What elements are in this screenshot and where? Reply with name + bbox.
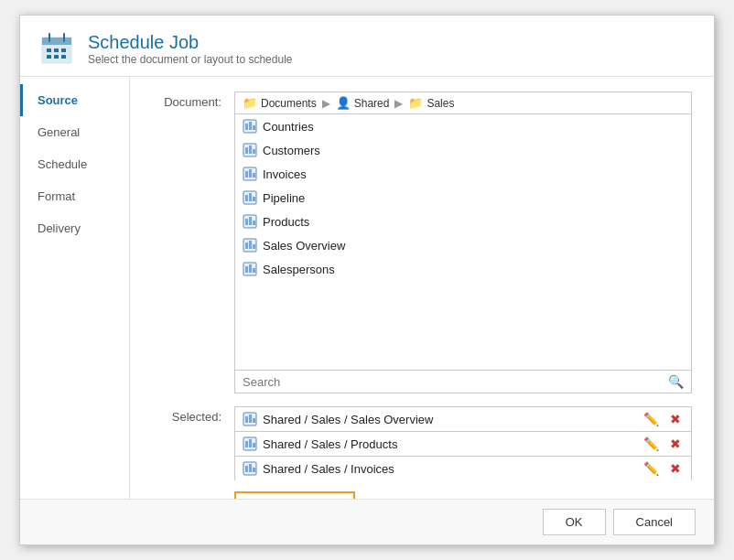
report-icon-products — [243, 214, 257, 229]
documents-folder-icon: 📁 — [243, 96, 257, 110]
sidebar-item-schedule[interactable]: Schedule — [20, 148, 129, 180]
breadcrumb-sep2: ▶ — [394, 97, 403, 110]
sidebar-item-delivery[interactable]: Delivery — [20, 212, 129, 244]
file-name-sales-overview: Sales Overview — [263, 239, 345, 253]
svg-rect-45 — [253, 443, 255, 447]
selected-row-container: Selected: Shared / Sales / Sales Overvie… — [152, 406, 692, 499]
svg-rect-13 — [253, 125, 255, 130]
schedule-job-dialog: Schedule Job Select the document or layo… — [19, 15, 715, 545]
report-icon-salespersons — [243, 262, 257, 276]
svg-rect-5 — [54, 48, 59, 52]
svg-rect-49 — [253, 468, 255, 472]
svg-rect-8 — [54, 55, 59, 59]
svg-rect-32 — [249, 241, 252, 249]
calendar-icon — [38, 30, 75, 67]
report-icon-customers — [243, 143, 257, 157]
svg-rect-29 — [253, 221, 255, 225]
sidebar-item-general[interactable]: General — [20, 116, 129, 148]
sidebar-item-source[interactable]: Source — [20, 84, 129, 116]
file-item-products[interactable]: Products — [235, 210, 691, 233]
dialog-footer: OK Cancel — [20, 499, 714, 544]
ok-button[interactable]: OK — [543, 509, 606, 535]
cancel-button[interactable]: Cancel — [613, 509, 696, 535]
report-icon-sel-2 — [243, 461, 257, 476]
shared-user-icon: 👤 — [336, 96, 351, 110]
svg-rect-16 — [249, 145, 252, 154]
selected-path-1: Shared / Sales / Products — [263, 437, 635, 451]
svg-rect-31 — [245, 242, 248, 249]
svg-rect-1 — [42, 38, 71, 45]
file-list: Countries Customers Invoic — [234, 114, 692, 371]
edit-button-0[interactable]: ✏️ — [641, 412, 662, 426]
search-icon: 🔍 — [668, 374, 684, 389]
dialog-body: Source General Schedule Format Delivery … — [20, 77, 714, 499]
search-input[interactable] — [243, 375, 663, 389]
search-bar: 🔍 — [234, 371, 692, 393]
selected-item-1: Shared / Sales / Products ✏️ ✖ — [234, 431, 692, 456]
report-icon-sales-overview — [243, 238, 257, 253]
report-icon-pipeline — [243, 190, 257, 205]
svg-rect-43 — [245, 441, 248, 447]
selected-item-0: Shared / Sales / Sales Overview ✏️ ✖ — [234, 406, 692, 431]
breadcrumb-part3: Sales — [426, 97, 454, 110]
svg-rect-19 — [245, 171, 248, 178]
svg-rect-37 — [253, 268, 255, 273]
selected-path-2: Shared / Sales / Invoices — [263, 462, 635, 476]
file-item-customers[interactable]: Customers — [235, 138, 691, 162]
svg-rect-20 — [249, 169, 252, 178]
breadcrumb-bar[interactable]: 📁 Documents ▶ 👤 Shared ▶ 📁 Sales — [234, 92, 692, 114]
svg-rect-25 — [253, 197, 255, 201]
svg-rect-33 — [253, 244, 255, 249]
selected-control: Shared / Sales / Sales Overview ✏️ ✖ Sha… — [234, 406, 692, 499]
file-item-pipeline[interactable]: Pipeline — [235, 186, 691, 210]
svg-rect-27 — [245, 219, 248, 225]
dialog-subtitle: Select the document or layout to schedul… — [88, 53, 292, 66]
report-icon-sel-1 — [243, 436, 257, 451]
file-item-sales-overview[interactable]: Sales Overview — [235, 233, 691, 257]
svg-rect-48 — [249, 464, 252, 472]
document-label: Document: — [152, 92, 234, 109]
edit-button-2[interactable]: ✏️ — [641, 461, 662, 476]
svg-rect-21 — [253, 173, 255, 178]
svg-rect-44 — [249, 439, 252, 447]
breadcrumb-part1: Documents — [261, 97, 317, 110]
dialog-title: Schedule Job — [88, 32, 292, 53]
delete-button-1[interactable]: ✖ — [667, 436, 684, 451]
delete-button-0[interactable]: ✖ — [667, 412, 684, 426]
svg-rect-41 — [253, 418, 255, 423]
document-control: 📁 Documents ▶ 👤 Shared ▶ 📁 Sales — [234, 92, 692, 393]
edit-button-1[interactable]: ✏️ — [641, 436, 662, 451]
svg-rect-12 — [249, 122, 252, 130]
report-icon-countries — [243, 119, 257, 134]
breadcrumb-part2: Shared — [354, 97, 390, 110]
file-item-countries[interactable]: Countries — [235, 114, 691, 138]
report-icon-sel-0 — [243, 412, 257, 426]
svg-rect-6 — [61, 48, 66, 52]
file-name-salespersons: Salespersons — [263, 263, 335, 276]
svg-rect-4 — [47, 48, 51, 52]
svg-rect-35 — [245, 266, 248, 273]
selected-label: Selected: — [152, 406, 234, 424]
sales-folder-icon: 📁 — [408, 96, 423, 110]
file-name-customers: Customers — [263, 144, 320, 157]
svg-rect-39 — [245, 416, 248, 423]
svg-rect-28 — [249, 217, 252, 225]
selected-path-0: Shared / Sales / Sales Overview — [263, 413, 635, 426]
sidebar-item-format[interactable]: Format — [20, 180, 129, 212]
file-name-pipeline: Pipeline — [263, 191, 305, 205]
file-name-invoices: Invoices — [263, 167, 307, 181]
svg-rect-11 — [245, 124, 248, 130]
sidebar: Source General Schedule Format Delivery — [20, 77, 130, 499]
svg-rect-7 — [47, 55, 51, 59]
breadcrumb-sep1: ▶ — [322, 97, 330, 110]
file-item-salespersons[interactable]: Salespersons — [235, 257, 691, 281]
dialog-header: Schedule Job Select the document or layo… — [20, 16, 714, 77]
header-text: Schedule Job Select the document or layo… — [88, 32, 292, 66]
report-icon-invoices — [243, 167, 257, 181]
document-row: Document: 📁 Documents ▶ 👤 Shared ▶ 📁 Sal… — [152, 92, 692, 393]
file-name-countries: Countries — [263, 120, 314, 134]
svg-rect-17 — [253, 149, 255, 154]
file-item-invoices[interactable]: Invoices — [235, 162, 691, 186]
delete-button-2[interactable]: ✖ — [667, 461, 684, 476]
svg-rect-40 — [249, 415, 252, 423]
